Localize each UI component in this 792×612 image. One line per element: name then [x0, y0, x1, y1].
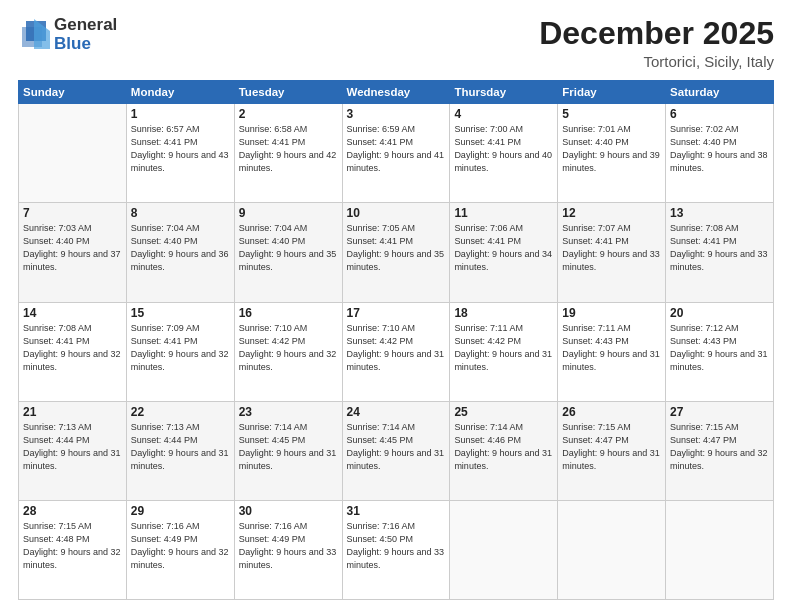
col-saturday: Saturday — [666, 81, 774, 104]
day-info: Sunrise: 7:07 AMSunset: 4:41 PMDaylight:… — [562, 222, 661, 274]
col-monday: Monday — [126, 81, 234, 104]
col-thursday: Thursday — [450, 81, 558, 104]
day-number: 22 — [131, 405, 230, 419]
table-cell: 7Sunrise: 7:03 AMSunset: 4:40 PMDaylight… — [19, 203, 127, 302]
day-number: 29 — [131, 504, 230, 518]
table-cell: 16Sunrise: 7:10 AMSunset: 4:42 PMDayligh… — [234, 302, 342, 401]
day-number: 28 — [23, 504, 122, 518]
day-info: Sunrise: 7:01 AMSunset: 4:40 PMDaylight:… — [562, 123, 661, 175]
table-cell: 4Sunrise: 7:00 AMSunset: 4:41 PMDaylight… — [450, 104, 558, 203]
logo-icon — [18, 17, 50, 53]
day-info: Sunrise: 7:04 AMSunset: 4:40 PMDaylight:… — [239, 222, 338, 274]
title-block: December 2025 Tortorici, Sicily, Italy — [539, 16, 774, 70]
day-number: 23 — [239, 405, 338, 419]
day-info: Sunrise: 7:00 AMSunset: 4:41 PMDaylight:… — [454, 123, 553, 175]
day-info: Sunrise: 7:04 AMSunset: 4:40 PMDaylight:… — [131, 222, 230, 274]
table-cell: 14Sunrise: 7:08 AMSunset: 4:41 PMDayligh… — [19, 302, 127, 401]
day-info: Sunrise: 7:10 AMSunset: 4:42 PMDaylight:… — [347, 322, 446, 374]
day-info: Sunrise: 7:03 AMSunset: 4:40 PMDaylight:… — [23, 222, 122, 274]
day-number: 20 — [670, 306, 769, 320]
table-cell: 10Sunrise: 7:05 AMSunset: 4:41 PMDayligh… — [342, 203, 450, 302]
week-row-4: 21Sunrise: 7:13 AMSunset: 4:44 PMDayligh… — [19, 401, 774, 500]
week-row-1: 1Sunrise: 6:57 AMSunset: 4:41 PMDaylight… — [19, 104, 774, 203]
day-number: 16 — [239, 306, 338, 320]
day-info: Sunrise: 7:14 AMSunset: 4:45 PMDaylight:… — [239, 421, 338, 473]
table-cell: 31Sunrise: 7:16 AMSunset: 4:50 PMDayligh… — [342, 500, 450, 599]
day-number: 1 — [131, 107, 230, 121]
calendar-header-row: Sunday Monday Tuesday Wednesday Thursday… — [19, 81, 774, 104]
table-cell: 20Sunrise: 7:12 AMSunset: 4:43 PMDayligh… — [666, 302, 774, 401]
day-info: Sunrise: 6:59 AMSunset: 4:41 PMDaylight:… — [347, 123, 446, 175]
col-tuesday: Tuesday — [234, 81, 342, 104]
table-cell: 23Sunrise: 7:14 AMSunset: 4:45 PMDayligh… — [234, 401, 342, 500]
table-cell: 8Sunrise: 7:04 AMSunset: 4:40 PMDaylight… — [126, 203, 234, 302]
day-info: Sunrise: 7:14 AMSunset: 4:45 PMDaylight:… — [347, 421, 446, 473]
title-month: December 2025 — [539, 16, 774, 51]
table-cell — [558, 500, 666, 599]
day-number: 31 — [347, 504, 446, 518]
table-cell: 24Sunrise: 7:14 AMSunset: 4:45 PMDayligh… — [342, 401, 450, 500]
table-cell: 1Sunrise: 6:57 AMSunset: 4:41 PMDaylight… — [126, 104, 234, 203]
day-info: Sunrise: 7:13 AMSunset: 4:44 PMDaylight:… — [131, 421, 230, 473]
table-cell: 6Sunrise: 7:02 AMSunset: 4:40 PMDaylight… — [666, 104, 774, 203]
table-cell: 21Sunrise: 7:13 AMSunset: 4:44 PMDayligh… — [19, 401, 127, 500]
day-info: Sunrise: 6:57 AMSunset: 4:41 PMDaylight:… — [131, 123, 230, 175]
day-info: Sunrise: 7:12 AMSunset: 4:43 PMDaylight:… — [670, 322, 769, 374]
day-number: 12 — [562, 206, 661, 220]
day-info: Sunrise: 7:16 AMSunset: 4:49 PMDaylight:… — [131, 520, 230, 572]
day-number: 27 — [670, 405, 769, 419]
header: General Blue December 2025 Tortorici, Si… — [18, 16, 774, 70]
day-number: 4 — [454, 107, 553, 121]
day-number: 7 — [23, 206, 122, 220]
table-cell: 2Sunrise: 6:58 AMSunset: 4:41 PMDaylight… — [234, 104, 342, 203]
table-cell: 9Sunrise: 7:04 AMSunset: 4:40 PMDaylight… — [234, 203, 342, 302]
day-number: 14 — [23, 306, 122, 320]
table-cell: 11Sunrise: 7:06 AMSunset: 4:41 PMDayligh… — [450, 203, 558, 302]
day-number: 2 — [239, 107, 338, 121]
day-info: Sunrise: 7:16 AMSunset: 4:49 PMDaylight:… — [239, 520, 338, 572]
day-info: Sunrise: 7:02 AMSunset: 4:40 PMDaylight:… — [670, 123, 769, 175]
day-number: 13 — [670, 206, 769, 220]
day-info: Sunrise: 7:11 AMSunset: 4:42 PMDaylight:… — [454, 322, 553, 374]
table-cell — [19, 104, 127, 203]
table-cell: 12Sunrise: 7:07 AMSunset: 4:41 PMDayligh… — [558, 203, 666, 302]
col-sunday: Sunday — [19, 81, 127, 104]
day-info: Sunrise: 7:16 AMSunset: 4:50 PMDaylight:… — [347, 520, 446, 572]
table-cell: 26Sunrise: 7:15 AMSunset: 4:47 PMDayligh… — [558, 401, 666, 500]
col-wednesday: Wednesday — [342, 81, 450, 104]
table-cell: 25Sunrise: 7:14 AMSunset: 4:46 PMDayligh… — [450, 401, 558, 500]
logo-text: General Blue — [54, 16, 117, 53]
table-cell — [666, 500, 774, 599]
day-number: 15 — [131, 306, 230, 320]
table-cell: 15Sunrise: 7:09 AMSunset: 4:41 PMDayligh… — [126, 302, 234, 401]
day-number: 25 — [454, 405, 553, 419]
day-info: Sunrise: 7:15 AMSunset: 4:47 PMDaylight:… — [562, 421, 661, 473]
day-info: Sunrise: 7:14 AMSunset: 4:46 PMDaylight:… — [454, 421, 553, 473]
week-row-2: 7Sunrise: 7:03 AMSunset: 4:40 PMDaylight… — [19, 203, 774, 302]
day-info: Sunrise: 6:58 AMSunset: 4:41 PMDaylight:… — [239, 123, 338, 175]
week-row-5: 28Sunrise: 7:15 AMSunset: 4:48 PMDayligh… — [19, 500, 774, 599]
day-info: Sunrise: 7:09 AMSunset: 4:41 PMDaylight:… — [131, 322, 230, 374]
table-cell: 27Sunrise: 7:15 AMSunset: 4:47 PMDayligh… — [666, 401, 774, 500]
table-cell: 13Sunrise: 7:08 AMSunset: 4:41 PMDayligh… — [666, 203, 774, 302]
day-number: 24 — [347, 405, 446, 419]
day-number: 3 — [347, 107, 446, 121]
table-cell: 3Sunrise: 6:59 AMSunset: 4:41 PMDaylight… — [342, 104, 450, 203]
logo-blue-text: Blue — [54, 35, 117, 54]
calendar-table: Sunday Monday Tuesday Wednesday Thursday… — [18, 80, 774, 600]
day-info: Sunrise: 7:10 AMSunset: 4:42 PMDaylight:… — [239, 322, 338, 374]
table-cell: 17Sunrise: 7:10 AMSunset: 4:42 PMDayligh… — [342, 302, 450, 401]
day-number: 17 — [347, 306, 446, 320]
table-cell — [450, 500, 558, 599]
day-number: 26 — [562, 405, 661, 419]
table-cell: 5Sunrise: 7:01 AMSunset: 4:40 PMDaylight… — [558, 104, 666, 203]
col-friday: Friday — [558, 81, 666, 104]
day-info: Sunrise: 7:05 AMSunset: 4:41 PMDaylight:… — [347, 222, 446, 274]
day-number: 6 — [670, 107, 769, 121]
table-cell: 29Sunrise: 7:16 AMSunset: 4:49 PMDayligh… — [126, 500, 234, 599]
table-cell: 28Sunrise: 7:15 AMSunset: 4:48 PMDayligh… — [19, 500, 127, 599]
day-number: 5 — [562, 107, 661, 121]
day-number: 8 — [131, 206, 230, 220]
logo: General Blue — [18, 16, 117, 53]
day-info: Sunrise: 7:11 AMSunset: 4:43 PMDaylight:… — [562, 322, 661, 374]
